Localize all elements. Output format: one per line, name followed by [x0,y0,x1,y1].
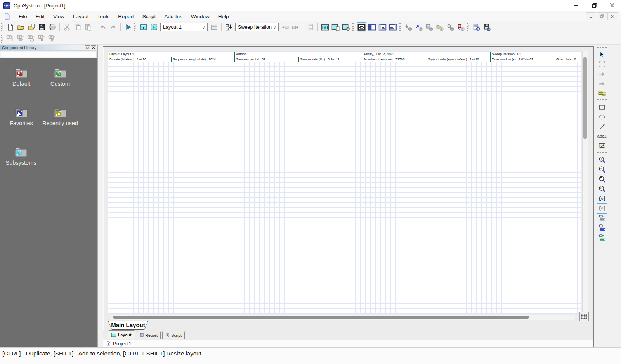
minimize-button[interactable] [567,0,585,11]
tab-report[interactable]: Report [137,331,161,339]
iterations-table-button[interactable] [305,22,315,32]
redo-button[interactable] [108,22,118,32]
panel-dock-button[interactable] [85,45,90,50]
library-folder-recently-used[interactable]: Recently used [37,107,83,126]
toolbar-grip[interactable] [399,23,401,31]
component-properties-button[interactable] [5,34,15,44]
new-document-button[interactable] [5,22,15,32]
new-layout-button[interactable] [139,22,148,32]
select-tool-button[interactable] [597,50,607,59]
cut-button[interactable] [62,22,72,32]
library-folder-favorites[interactable]: Favorites [4,107,39,126]
script-load-button[interactable] [435,22,445,32]
menu-view[interactable]: View [49,12,69,21]
toolbar-grip[interactable] [1,35,3,43]
layout-canvas[interactable]: Layout: Layout 1 Author: Friday, July 04… [108,51,581,314]
distribute-components-button[interactable] [597,223,607,233]
save-results-button[interactable] [482,22,492,32]
scrollbar-thumb[interactable] [583,57,587,139]
menu-layout[interactable]: Layout [69,12,93,21]
library-folder-default[interactable]: Default [4,68,39,87]
sweep-mode-selector[interactable]: Sweep Iteration ∨ [235,23,279,31]
component-library-header[interactable]: Component Library [0,45,97,51]
script-save-button[interactable] [425,22,434,32]
main-layout-tab[interactable]: Main Layout [108,321,148,330]
library-folder-custom[interactable]: Custom [39,68,82,87]
previous-sweep-button[interactable] [280,22,290,32]
view-details-left-button[interactable] [378,22,387,32]
show-script-button[interactable] [341,22,351,32]
wire-bundle-button[interactable] [597,88,607,98]
mdi-minimize-button[interactable] [586,12,596,20]
library-folder-subsystems[interactable]: Subsystems [1,147,41,166]
layout-parameters-table[interactable]: Layout: Layout 1 Author: Friday, July 04… [108,52,580,62]
script-run-button[interactable] [404,22,413,32]
marquee-select-button[interactable] [597,59,607,69]
tab-project1[interactable]: Project1 [104,340,134,348]
panel-close-button[interactable] [91,45,96,50]
close-button[interactable] [603,0,621,11]
report-settings-button[interactable] [472,22,481,32]
menu-script[interactable]: Script [138,12,160,21]
copy-button[interactable] [73,22,82,32]
component-library-filter[interactable] [1,52,97,57]
snap-to-grid-button[interactable] [597,233,607,242]
horizontal-scrollbar[interactable] [111,315,575,320]
component-rotate-button[interactable] [26,34,36,44]
menu-edit[interactable]: Edit [31,12,49,21]
toolbar-grip[interactable] [352,23,354,31]
toolbar-grip[interactable] [597,152,607,154]
toolbar-grip[interactable] [597,47,607,48]
layout-selector[interactable]: Layout 1 ∨ [160,23,208,31]
view-split-button[interactable] [367,22,377,32]
menu-file[interactable]: File [14,12,31,21]
menu-help[interactable]: Help [214,12,233,21]
tab-layout[interactable]: Layout [108,330,135,339]
toolbar-grip[interactable] [467,23,469,31]
script-debug-button[interactable] [456,22,466,32]
zoom-page-button[interactable] [597,174,607,184]
layout-properties-button[interactable] [579,312,589,321]
show-report-button[interactable] [331,22,340,32]
toolbar-grip[interactable] [597,99,607,101]
toolbar-grip[interactable] [1,23,3,31]
save-project-button[interactable] [37,22,47,32]
menu-tools[interactable]: Tools [93,12,114,21]
calculate-play-button[interactable] [123,22,133,32]
script-find-button[interactable] [446,22,455,32]
line-tool-button[interactable] [597,122,607,131]
align-components-button[interactable] [597,213,607,223]
restore-button[interactable] [585,0,603,11]
duplicate-layout-button[interactable] [149,22,159,32]
view-details-right-button[interactable] [388,22,398,32]
ellipse-tool-button[interactable] [597,112,607,122]
zoom-actual-button[interactable]: 1:1 [597,184,607,194]
undo-button[interactable] [98,22,108,32]
component-notes-button[interactable] [16,34,26,44]
fit-vertical-button[interactable] [597,204,607,213]
fit-horizontal-button[interactable] [597,194,607,204]
print-button[interactable] [47,22,57,32]
menu-addins[interactable]: Add-Ins [160,12,187,21]
mdi-close-button[interactable] [607,12,618,20]
script-step-button[interactable] [414,22,424,32]
sweep-order-button[interactable] [224,22,234,32]
component-array-button[interactable] [37,34,47,44]
vertical-scrollbar[interactable] [582,51,588,314]
tab-script[interactable]: Script [162,331,185,339]
show-layout-button[interactable] [320,22,330,32]
open-project-button[interactable] [16,22,26,32]
menu-report[interactable]: Report [114,12,138,21]
flow-arrow-button[interactable] [597,79,607,88]
image-tool-button[interactable] [597,141,607,151]
zoom-out-button[interactable] [597,165,607,174]
next-sweep-button[interactable] [291,22,300,32]
mdi-restore-button[interactable] [597,12,607,20]
text-tool-button[interactable]: abc⌶ [597,131,607,141]
layout-parameters-button[interactable] [209,22,219,32]
rectangle-tool-button[interactable] [597,102,607,112]
paste-button[interactable] [83,22,93,32]
menu-window[interactable]: Window [187,12,214,21]
zoom-in-button[interactable] [597,155,607,165]
view-component-button[interactable] [357,22,366,32]
